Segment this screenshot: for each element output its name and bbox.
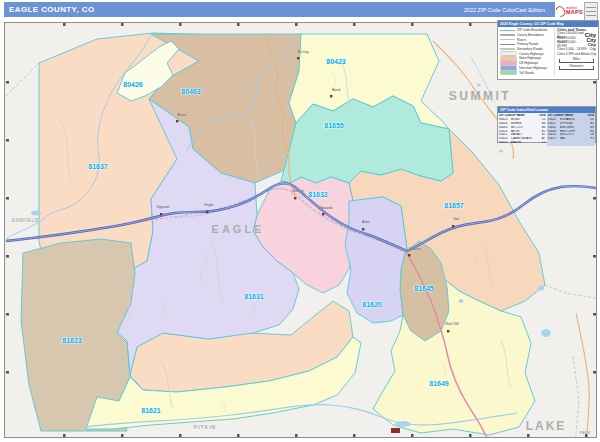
zip-label-81645: 81645 [414, 285, 433, 292]
town-label-red-cliff: Red Cliff [445, 322, 458, 326]
town-label-gypsum: Gypsum [156, 205, 169, 209]
zip-label-81623: 81623 [62, 337, 81, 344]
zip-label-80426: 80426 [123, 81, 142, 88]
boxed-town-marker [391, 428, 400, 433]
zip-label-81631: 81631 [244, 293, 263, 300]
town-label-minturn: Minturn [409, 247, 421, 251]
zip-index-row: 81657VAILF5 [548, 137, 595, 141]
legend-item-label: State Highways [519, 56, 552, 60]
county-label-garfield: GARFIELD [12, 218, 39, 223]
scale-bar-miles: Miles [557, 58, 596, 63]
zip-index-table: ZIP Code Index/Grid Locator ZIP CodeZIP … [497, 106, 596, 143]
map-legend: 2022 Eagle County, CO ZIP Code Map ZIP C… [497, 20, 599, 80]
zip-label-81655: 81655 [324, 122, 343, 129]
town-label-vail: Vail [453, 217, 459, 221]
county-label-summit: SUMMIT [449, 89, 511, 103]
county-label-pitkin: PITKIN [194, 424, 216, 430]
zip-label-80423: 80423 [326, 58, 345, 65]
city-sample: City [591, 52, 597, 56]
city-class-label: Cities 5,000 - 24,999 [557, 47, 586, 51]
county-label-park: PARK [579, 430, 590, 435]
legend-swatch [500, 44, 515, 46]
town-label-bond: Bond [332, 88, 340, 92]
edition-label: 2022 ZIP Code ColorCast Edition [464, 7, 555, 13]
zip-label-81637: 81637 [88, 163, 107, 170]
county-label-lake: LAKE [526, 419, 567, 433]
title-bar: EAGLE COUNTY, CO 2022 ZIP Code ColorCast… [4, 2, 555, 17]
legend-swatch [500, 48, 515, 50]
legend-item-label: Rivers [517, 38, 552, 42]
zip-index-row: 81631EAGLEC5 [499, 141, 546, 145]
legend-symbols-column: ZIP Code Boundaries County Boundaries Ri… [498, 27, 554, 76]
legend-item-label: Secondary Roads [517, 47, 552, 51]
county-label-eagle: EAGLE [212, 223, 265, 235]
zip-label-81621: 81621 [141, 407, 160, 414]
legend-item-label: Interstate Highways [519, 66, 552, 70]
map-page: { "header": { "title": "EAGLE COUNTY, CO… [0, 0, 600, 442]
zip-label-81620: 81620 [362, 301, 381, 308]
legend-swatch [500, 34, 515, 36]
page-title: EAGLE COUNTY, CO [4, 5, 95, 14]
zip-label-81632: 81632 [308, 191, 327, 198]
legend-item-label: County Highways [519, 52, 552, 56]
zip-label-81649: 81649 [429, 380, 448, 387]
brand-logo: market MAPS [556, 1, 598, 21]
map-canvas [4, 22, 597, 438]
city-class-label: Cities 4,999 and Below [557, 52, 590, 56]
town-label-mccoy: McCoy [298, 50, 309, 54]
town-label-avon: Avon [362, 220, 370, 224]
logo-badge [584, 2, 598, 21]
zip-index-right: ZIP CodeZIP NameGrid 81632EDWARDSD5 8163… [547, 113, 596, 146]
scale-bar-kilometers: Kilometers [557, 65, 596, 70]
legend-cities-column: Cities and Towns Cities 100,000 and Abov… [554, 27, 598, 76]
city-sample: City [589, 47, 596, 51]
town-label-wolcott: Wolcott [292, 189, 304, 193]
legend-swatch [500, 30, 515, 32]
legend-item-label: County Boundaries [517, 33, 552, 37]
town-label-burns: Burns [177, 113, 186, 117]
zip-label-81657: 81657 [444, 202, 463, 209]
zip-index-left: ZIP CodeZIP NameGrid 80423BONDC5 80426BU… [498, 113, 547, 146]
legend-swatch [500, 70, 517, 75]
zip-label-80463: 80463 [181, 88, 200, 95]
town-label-edwards: Edwards [319, 206, 333, 210]
legend-item-label: Toll Roads [519, 71, 552, 75]
map-svg [5, 23, 596, 437]
legend-item-label: US Highways [519, 61, 552, 65]
legend-item-label: ZIP Code Boundaries [517, 28, 552, 32]
town-label-eagle: Eagle [205, 203, 214, 207]
logo-brand-bottom: MAPS [566, 10, 583, 16]
legend-item-label: Primary Roads [517, 42, 552, 46]
legend-swatch [500, 39, 515, 41]
